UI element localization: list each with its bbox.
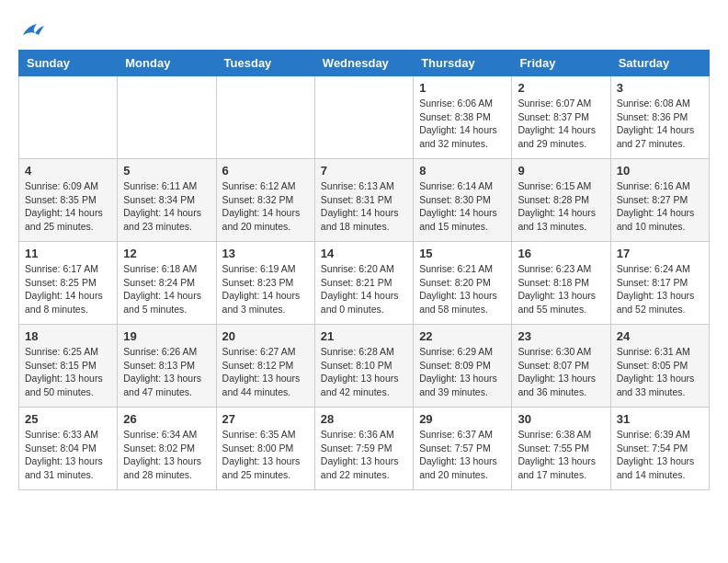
calendar-cell: 18 Sunrise: 6:25 AMSunset: 8:15 PMDaylig…	[19, 325, 118, 408]
calendar-cell: 9 Sunrise: 6:15 AMSunset: 8:28 PMDayligh…	[512, 159, 610, 242]
week-row-5: 25 Sunrise: 6:33 AMSunset: 8:04 PMDaylig…	[19, 408, 710, 490]
day-header-sunday: Sunday	[19, 51, 118, 76]
calendar-cell: 7 Sunrise: 6:13 AMSunset: 8:31 PMDayligh…	[314, 159, 413, 242]
day-number: 8	[419, 164, 506, 178]
calendar-cell: 12 Sunrise: 6:18 AMSunset: 8:24 PMDaylig…	[118, 242, 216, 325]
calendar-cell: 6 Sunrise: 6:12 AMSunset: 8:32 PMDayligh…	[216, 159, 314, 242]
cell-info: Sunrise: 6:21 AMSunset: 8:20 PMDaylight:…	[419, 262, 506, 316]
calendar-cell: 17 Sunrise: 6:24 AMSunset: 8:17 PMDaylig…	[610, 242, 709, 325]
cell-info: Sunrise: 6:28 AMSunset: 8:10 PMDaylight:…	[321, 345, 407, 399]
cell-info: Sunrise: 6:39 AMSunset: 7:54 PMDaylight:…	[617, 428, 703, 482]
cell-info: Sunrise: 6:16 AMSunset: 8:27 PMDaylight:…	[617, 179, 703, 234]
calendar-cell	[314, 76, 413, 159]
day-number: 13	[222, 247, 309, 260]
day-header-saturday: Saturday	[610, 51, 709, 76]
cell-info: Sunrise: 6:15 AMSunset: 8:28 PMDaylight:…	[518, 179, 604, 234]
cell-info: Sunrise: 6:12 AMSunset: 8:32 PMDaylight:…	[222, 179, 309, 234]
calendar-cell	[19, 76, 118, 159]
cell-info: Sunrise: 6:11 AMSunset: 8:34 PMDaylight:…	[123, 179, 210, 234]
day-number: 27	[222, 412, 309, 426]
calendar-cell: 1 Sunrise: 6:06 AMSunset: 8:38 PMDayligh…	[414, 76, 512, 159]
calendar-cell: 21 Sunrise: 6:28 AMSunset: 8:10 PMDaylig…	[314, 325, 413, 408]
cell-info: Sunrise: 6:24 AMSunset: 8:17 PMDaylight:…	[617, 262, 703, 316]
day-number: 30	[518, 412, 604, 426]
calendar-cell: 26 Sunrise: 6:34 AMSunset: 8:02 PMDaylig…	[118, 408, 216, 490]
calendar-cell	[118, 76, 216, 159]
day-number: 26	[123, 412, 210, 426]
day-number: 29	[419, 412, 506, 426]
day-number: 16	[518, 247, 604, 260]
cell-info: Sunrise: 6:29 AMSunset: 8:09 PMDaylight:…	[419, 345, 506, 399]
day-number: 7	[321, 164, 407, 178]
cell-info: Sunrise: 6:35 AMSunset: 8:00 PMDaylight:…	[222, 428, 309, 482]
calendar-cell: 13 Sunrise: 6:19 AMSunset: 8:23 PMDaylig…	[216, 242, 314, 325]
logo	[18, 18, 50, 40]
week-row-3: 11 Sunrise: 6:17 AMSunset: 8:25 PMDaylig…	[19, 242, 710, 325]
calendar-cell: 20 Sunrise: 6:27 AMSunset: 8:12 PMDaylig…	[216, 325, 314, 408]
cell-info: Sunrise: 6:18 AMSunset: 8:24 PMDaylight:…	[123, 262, 210, 316]
cell-info: Sunrise: 6:23 AMSunset: 8:18 PMDaylight:…	[518, 262, 604, 316]
calendar-cell: 15 Sunrise: 6:21 AMSunset: 8:20 PMDaylig…	[414, 242, 512, 325]
day-number: 31	[617, 412, 703, 426]
cell-info: Sunrise: 6:25 AMSunset: 8:15 PMDaylight:…	[25, 345, 111, 399]
cell-info: Sunrise: 6:26 AMSunset: 8:13 PMDaylight:…	[123, 345, 210, 399]
day-number: 24	[617, 329, 703, 343]
day-number: 18	[25, 329, 111, 343]
day-number: 5	[123, 164, 210, 178]
day-number: 17	[617, 247, 703, 260]
cell-info: Sunrise: 6:09 AMSunset: 8:35 PMDaylight:…	[25, 179, 111, 234]
header-row: SundayMondayTuesdayWednesdayThursdayFrid…	[19, 51, 710, 76]
calendar-table: SundayMondayTuesdayWednesdayThursdayFrid…	[18, 50, 710, 490]
calendar-cell: 8 Sunrise: 6:14 AMSunset: 8:30 PMDayligh…	[414, 159, 512, 242]
calendar-cell: 22 Sunrise: 6:29 AMSunset: 8:09 PMDaylig…	[414, 325, 512, 408]
day-number: 12	[123, 247, 210, 260]
cell-info: Sunrise: 6:37 AMSunset: 7:57 PMDaylight:…	[419, 428, 506, 482]
calendar-cell: 5 Sunrise: 6:11 AMSunset: 8:34 PMDayligh…	[118, 159, 216, 242]
day-number: 19	[123, 329, 210, 343]
cell-info: Sunrise: 6:17 AMSunset: 8:25 PMDaylight:…	[25, 262, 111, 316]
cell-info: Sunrise: 6:07 AMSunset: 8:37 PMDaylight:…	[518, 97, 604, 151]
cell-info: Sunrise: 6:14 AMSunset: 8:30 PMDaylight:…	[419, 179, 506, 234]
calendar-cell: 11 Sunrise: 6:17 AMSunset: 8:25 PMDaylig…	[19, 242, 118, 325]
week-row-4: 18 Sunrise: 6:25 AMSunset: 8:15 PMDaylig…	[19, 325, 710, 408]
logo-icon	[18, 18, 46, 40]
calendar-cell: 19 Sunrise: 6:26 AMSunset: 8:13 PMDaylig…	[118, 325, 216, 408]
calendar-cell: 4 Sunrise: 6:09 AMSunset: 8:35 PMDayligh…	[19, 159, 118, 242]
day-number: 22	[419, 329, 506, 343]
header	[18, 18, 710, 40]
day-header-monday: Monday	[118, 51, 216, 76]
week-row-1: 1 Sunrise: 6:06 AMSunset: 8:38 PMDayligh…	[19, 76, 710, 159]
cell-info: Sunrise: 6:36 AMSunset: 7:59 PMDaylight:…	[321, 428, 407, 482]
cell-info: Sunrise: 6:38 AMSunset: 7:55 PMDaylight:…	[518, 428, 604, 482]
day-number: 3	[617, 81, 703, 95]
calendar-cell: 29 Sunrise: 6:37 AMSunset: 7:57 PMDaylig…	[414, 408, 512, 490]
day-number: 10	[617, 164, 703, 178]
day-number: 14	[321, 247, 407, 260]
cell-info: Sunrise: 6:33 AMSunset: 8:04 PMDaylight:…	[25, 428, 111, 482]
calendar-cell: 10 Sunrise: 6:16 AMSunset: 8:27 PMDaylig…	[610, 159, 709, 242]
day-number: 23	[518, 329, 604, 343]
cell-info: Sunrise: 6:31 AMSunset: 8:05 PMDaylight:…	[617, 345, 703, 399]
day-number: 20	[222, 329, 309, 343]
calendar-cell: 3 Sunrise: 6:08 AMSunset: 8:36 PMDayligh…	[610, 76, 709, 159]
day-number: 11	[25, 247, 111, 260]
day-number: 6	[222, 164, 309, 178]
day-number: 2	[518, 81, 604, 95]
day-number: 15	[419, 247, 506, 260]
day-number: 4	[25, 164, 111, 178]
calendar-cell: 23 Sunrise: 6:30 AMSunset: 8:07 PMDaylig…	[512, 325, 610, 408]
calendar-cell: 16 Sunrise: 6:23 AMSunset: 8:18 PMDaylig…	[512, 242, 610, 325]
week-row-2: 4 Sunrise: 6:09 AMSunset: 8:35 PMDayligh…	[19, 159, 710, 242]
cell-info: Sunrise: 6:20 AMSunset: 8:21 PMDaylight:…	[321, 262, 407, 316]
day-number: 28	[321, 412, 407, 426]
day-number: 9	[518, 164, 604, 178]
day-header-thursday: Thursday	[414, 51, 512, 76]
cell-info: Sunrise: 6:08 AMSunset: 8:36 PMDaylight:…	[617, 97, 703, 151]
cell-info: Sunrise: 6:34 AMSunset: 8:02 PMDaylight:…	[123, 428, 210, 482]
day-header-tuesday: Tuesday	[216, 51, 314, 76]
calendar-cell: 28 Sunrise: 6:36 AMSunset: 7:59 PMDaylig…	[314, 408, 413, 490]
cell-info: Sunrise: 6:30 AMSunset: 8:07 PMDaylight:…	[518, 345, 604, 399]
day-header-friday: Friday	[512, 51, 610, 76]
calendar-cell: 2 Sunrise: 6:07 AMSunset: 8:37 PMDayligh…	[512, 76, 610, 159]
calendar-cell: 25 Sunrise: 6:33 AMSunset: 8:04 PMDaylig…	[19, 408, 118, 490]
